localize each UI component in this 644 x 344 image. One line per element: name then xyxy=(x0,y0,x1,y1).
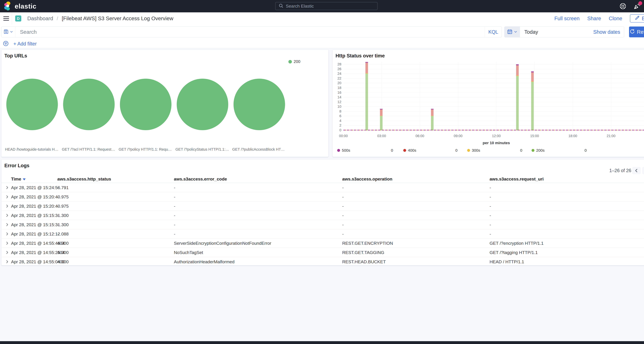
table-row: Apr 28, 2021 @ 14:55:25.000404NoSuchTagS… xyxy=(2,248,644,257)
column-header-aws.s3access.operation[interactable]: aws.s3access.operation xyxy=(342,177,392,182)
pie-label: HEAD /howtoguide-tutorials HTTP... xyxy=(5,147,59,152)
legend-item-300s[interactable]: 300s0 xyxy=(467,148,522,153)
cell-error: - xyxy=(174,185,175,190)
cell-time: Apr 28, 2021 @ 15:24:56.791 xyxy=(11,185,69,190)
pie-chart[interactable] xyxy=(6,79,58,130)
pie-label: GET /?policy HTTP/1.1: Request Uri xyxy=(118,147,173,152)
x-axis-tick-label: 06:00 xyxy=(416,134,424,138)
bar-segment-200s xyxy=(380,116,382,130)
dashboard-app-badge[interactable]: D xyxy=(15,15,21,21)
expand-row-icon[interactable] xyxy=(4,213,10,218)
clone-button[interactable]: Clone xyxy=(609,15,622,21)
newsfeed-icon[interactable] xyxy=(634,3,640,9)
stacked-bar-13:39[interactable] xyxy=(516,64,519,130)
expand-row-icon[interactable] xyxy=(4,203,10,209)
y-axis-tick-label: 8 xyxy=(340,109,341,113)
pagination-next-button[interactable] xyxy=(642,167,644,174)
panel-title: Top URLs xyxy=(4,53,27,58)
expand-row-icon[interactable] xyxy=(4,194,10,200)
stacked-bar-02:58[interactable] xyxy=(380,109,382,130)
cell-status: 404 xyxy=(57,241,65,246)
cell-error: - xyxy=(174,231,175,236)
column-header-time[interactable]: Time xyxy=(11,177,26,182)
expand-row-icon[interactable] xyxy=(4,240,10,246)
legend-dot xyxy=(467,149,470,152)
cell-error: - xyxy=(174,213,175,218)
notification-dot xyxy=(638,1,642,5)
refresh-button[interactable]: Refresh xyxy=(629,26,644,37)
cell-status: 404 xyxy=(57,250,65,255)
help-icon[interactable] xyxy=(620,3,626,9)
x-axis-tick-label: 21:00 xyxy=(607,134,616,138)
chrome-bar: D Dashboard / [Filebeat AWS] S3 Server A… xyxy=(0,12,644,24)
pie-chart[interactable] xyxy=(63,79,115,130)
global-search-input[interactable] xyxy=(286,3,374,9)
cell-uri: - xyxy=(490,204,491,209)
expand-row-icon[interactable] xyxy=(4,185,10,190)
stacked-bar-01:50[interactable] xyxy=(366,62,368,130)
pie-chart[interactable] xyxy=(120,79,172,130)
stacked-bar-06:58[interactable] xyxy=(431,109,434,130)
expand-row-icon[interactable] xyxy=(4,222,10,228)
pie-chart[interactable] xyxy=(234,79,285,130)
column-header-aws.s3access.request_uri[interactable]: aws.s3access.request_uri xyxy=(490,177,544,182)
kql-button[interactable]: KQL xyxy=(485,27,502,37)
bar-segment-500s xyxy=(531,71,534,72)
bar-segment-500s xyxy=(366,62,368,63)
expand-row-icon[interactable] xyxy=(4,259,10,265)
global-search[interactable] xyxy=(275,2,378,10)
cell-operation: REST.HEAD.BUCKET xyxy=(342,259,386,264)
share-button[interactable]: Share xyxy=(587,15,601,21)
add-filter-button[interactable]: + Add filter xyxy=(14,41,37,47)
bar-segment-400s xyxy=(366,63,368,73)
breadcrumb-separator: / xyxy=(57,16,58,21)
bar-segment-400s xyxy=(380,110,382,116)
query-search-input[interactable] xyxy=(20,29,485,35)
y-axis-tick-label: 28 xyxy=(338,62,341,66)
bar-segment-200s xyxy=(531,82,534,130)
elastic-logo-icon xyxy=(4,1,12,11)
y-axis-tick-label: 24 xyxy=(338,72,341,76)
date-picker-calendar-button[interactable] xyxy=(504,27,520,37)
full-screen-button[interactable]: Full screen xyxy=(554,15,580,21)
breadcrumb-dashboard[interactable]: Dashboard xyxy=(27,15,53,21)
query-input-group: KQL xyxy=(1,26,502,37)
elastic-logo[interactable]: elastic xyxy=(4,1,36,11)
cell-status: - xyxy=(57,222,59,227)
y-axis-tick-label: 20 xyxy=(338,81,341,85)
h-gridline xyxy=(344,116,644,116)
h-gridline xyxy=(344,97,644,97)
y-axis-tick-label: 2 xyxy=(340,123,341,127)
saved-query-menu-button[interactable] xyxy=(2,27,15,37)
edit-button[interactable]: Edit xyxy=(630,14,644,22)
v-gridline xyxy=(573,62,573,130)
legend-item-400s[interactable]: 400s0 xyxy=(403,148,458,153)
cell-uri: GET /?encryption HTTP/1.1 xyxy=(490,241,544,246)
x-axis-tick-label: 15:00 xyxy=(530,134,539,138)
column-header-aws.s3access.error_code[interactable]: aws.s3access.error_code xyxy=(174,177,227,182)
table-row: Apr 28, 2021 @ 15:15:31.300---- xyxy=(2,211,644,220)
bar-segment-200s xyxy=(366,74,368,130)
legend-item-200[interactable]: 200 xyxy=(288,59,300,64)
pagination-prev-button[interactable] xyxy=(632,167,641,174)
time-range-value[interactable]: Today xyxy=(520,27,593,37)
sort-desc-icon xyxy=(23,178,26,180)
column-header-aws.s3access.http_status[interactable]: aws.s3access.http_status xyxy=(57,177,111,182)
table-row: Apr 28, 2021 @ 15:20:40.975---- xyxy=(2,192,644,202)
menu-icon[interactable] xyxy=(3,15,9,21)
save-icon xyxy=(4,29,8,35)
cell-status: 400 xyxy=(57,259,65,264)
expand-row-icon[interactable] xyxy=(4,250,10,255)
cell-operation: REST.GET.TAGGING xyxy=(342,250,384,255)
legend-dot xyxy=(403,149,406,152)
legend-item-500s[interactable]: 500s0 xyxy=(337,148,393,153)
expand-row-icon[interactable] xyxy=(4,231,10,237)
pie-chart[interactable] xyxy=(177,79,228,130)
legend-last-value: 0 xyxy=(584,148,587,153)
legend-item-200s[interactable]: 200s0 xyxy=(532,148,587,153)
pie-label: GET /?acl HTTP/1.1: Request Uri xyxy=(62,147,116,152)
show-dates-button[interactable]: Show dates xyxy=(593,27,624,37)
stacked-bar-14:50[interactable] xyxy=(531,71,534,130)
cell-status: - xyxy=(57,213,59,218)
filter-icon[interactable] xyxy=(3,40,9,47)
